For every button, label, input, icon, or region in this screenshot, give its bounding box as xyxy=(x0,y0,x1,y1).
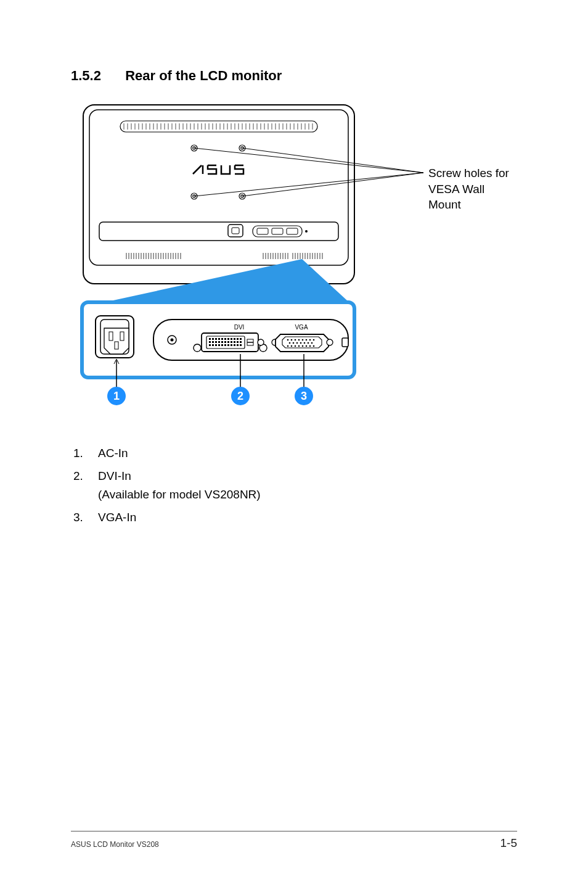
svg-point-183 xyxy=(311,342,313,344)
svg-rect-160 xyxy=(227,344,229,346)
svg-rect-135 xyxy=(218,338,220,340)
svg-rect-146 xyxy=(218,341,220,343)
svg-point-178 xyxy=(293,342,295,344)
svg-rect-145 xyxy=(215,341,217,343)
svg-point-185 xyxy=(291,345,293,347)
svg-rect-70 xyxy=(287,228,298,234)
svg-point-71 xyxy=(305,230,308,233)
figure-badge-3: 3 xyxy=(295,387,313,405)
svg-rect-64 xyxy=(99,222,338,241)
svg-point-190 xyxy=(309,345,311,347)
svg-rect-156 xyxy=(215,344,217,346)
list-number: 3. xyxy=(73,508,98,526)
svg-rect-68 xyxy=(257,228,268,234)
svg-rect-143 xyxy=(209,341,211,343)
list-item: 3. VGA-In xyxy=(73,508,517,526)
svg-point-192 xyxy=(327,339,333,345)
svg-point-191 xyxy=(313,345,315,347)
svg-point-179 xyxy=(296,342,298,344)
svg-point-169 xyxy=(287,339,289,341)
figure-badge-2: 2 xyxy=(231,387,250,405)
svg-point-186 xyxy=(295,345,296,347)
figure: DVI VGA xyxy=(71,99,517,426)
svg-rect-69 xyxy=(272,228,283,234)
svg-point-174 xyxy=(306,339,308,341)
svg-rect-138 xyxy=(227,338,229,340)
svg-point-189 xyxy=(306,345,308,347)
svg-point-181 xyxy=(304,342,306,344)
heading-number: 1.5.2 xyxy=(71,68,121,84)
page-footer: ASUS LCD Monitor VS208 1-5 xyxy=(71,831,517,850)
svg-point-170 xyxy=(291,339,293,341)
svg-rect-134 xyxy=(215,338,217,340)
svg-rect-158 xyxy=(221,344,223,346)
svg-point-172 xyxy=(298,339,300,341)
svg-rect-153 xyxy=(240,341,242,343)
svg-rect-133 xyxy=(212,338,214,340)
svg-rect-151 xyxy=(234,341,235,343)
svg-rect-150 xyxy=(231,341,232,343)
svg-rect-155 xyxy=(212,344,214,346)
svg-rect-66 xyxy=(232,228,239,234)
svg-rect-139 xyxy=(231,338,232,340)
section-heading: 1.5.2 Rear of the LCD monitor xyxy=(71,68,517,84)
svg-point-175 xyxy=(309,339,311,341)
svg-point-129 xyxy=(171,339,174,342)
svg-rect-193 xyxy=(342,338,348,347)
svg-rect-144 xyxy=(212,341,214,343)
vesa-callout-text: Screw holes for VESA Wall Mount xyxy=(428,165,517,213)
svg-rect-159 xyxy=(224,344,226,346)
svg-rect-161 xyxy=(231,344,232,346)
list-text: VGA-In xyxy=(98,508,517,526)
svg-point-173 xyxy=(302,339,304,341)
svg-point-182 xyxy=(308,342,309,344)
svg-rect-55 xyxy=(179,137,259,202)
list-item: 2. DVI-In (Available for model VS208NR) xyxy=(73,467,517,503)
svg-point-171 xyxy=(295,339,296,341)
footer-page-number: 1-5 xyxy=(500,836,517,850)
svg-rect-141 xyxy=(237,338,239,340)
list-text: AC-In xyxy=(98,444,517,462)
svg-rect-154 xyxy=(209,344,211,346)
svg-rect-164 xyxy=(240,344,242,346)
svg-rect-126 xyxy=(115,342,118,349)
svg-point-188 xyxy=(302,345,304,347)
svg-rect-149 xyxy=(227,341,229,343)
svg-rect-140 xyxy=(234,338,235,340)
svg-point-187 xyxy=(298,345,300,347)
svg-rect-136 xyxy=(221,338,223,340)
svg-point-177 xyxy=(289,342,291,344)
footer-product: ASUS LCD Monitor VS208 xyxy=(71,840,159,849)
svg-rect-125 xyxy=(120,332,124,340)
list-item: 1. AC-In xyxy=(73,444,517,462)
list-text-main: DVI-In xyxy=(98,469,131,482)
svg-rect-147 xyxy=(221,341,223,343)
port-label-dvi: DVI xyxy=(234,324,245,331)
svg-rect-137 xyxy=(224,338,226,340)
port-legend-list: 1. AC-In 2. DVI-In (Available for model … xyxy=(73,444,517,527)
list-number: 1. xyxy=(73,444,98,462)
svg-point-167 xyxy=(258,339,264,345)
page: 1.5.2 Rear of the LCD monitor xyxy=(0,0,588,887)
svg-rect-124 xyxy=(109,332,113,340)
svg-rect-157 xyxy=(218,344,220,346)
svg-rect-163 xyxy=(237,344,239,346)
svg-point-176 xyxy=(313,339,315,341)
svg-rect-142 xyxy=(240,338,242,340)
port-label-vga: VGA xyxy=(295,324,308,331)
list-text-sub: (Available for model VS208NR) xyxy=(98,488,261,501)
svg-rect-152 xyxy=(237,341,239,343)
figure-badge-1: 1 xyxy=(107,387,126,405)
svg-rect-148 xyxy=(224,341,226,343)
list-number: 2. xyxy=(73,467,98,503)
svg-rect-132 xyxy=(209,338,211,340)
svg-point-184 xyxy=(287,345,289,347)
monitor-rear-illustration: DVI VGA xyxy=(71,99,517,426)
list-text: DVI-In (Available for model VS208NR) xyxy=(98,467,517,503)
svg-point-180 xyxy=(300,342,302,344)
svg-rect-162 xyxy=(234,344,235,346)
heading-title: Rear of the LCD monitor xyxy=(125,68,282,83)
